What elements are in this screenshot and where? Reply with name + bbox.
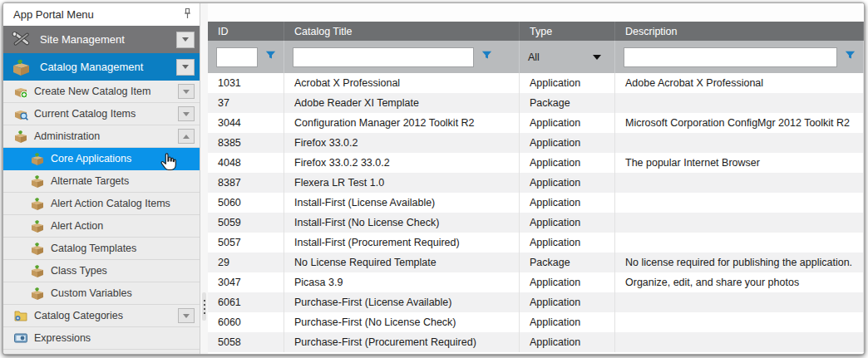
- sidebar-item-catalog-templates[interactable]: Catalog Templates: [3, 238, 200, 260]
- table-row[interactable]: 6061Purchase-First (License Available) A…: [208, 292, 864, 312]
- funnel-icon[interactable]: [481, 49, 493, 65]
- tools-icon: [10, 28, 32, 51]
- sidebar-item-class-types[interactable]: Class Types: [3, 260, 200, 282]
- sidebar-item-label: Site Management: [40, 33, 125, 46]
- sidebar-item-label: Catalog Management: [40, 61, 143, 73]
- sidebar-item-label: Custom Variables: [51, 287, 132, 299]
- people-icon: [13, 353, 28, 355]
- sidebar-item-administration[interactable]: Administration: [3, 125, 200, 148]
- box-arrow-icon: [13, 129, 28, 144]
- type-filter-dropdown[interactable]: All: [528, 51, 608, 63]
- box-arrow-icon: [30, 263, 45, 278]
- sidebar-title: App Portal Menu: [13, 8, 94, 21]
- sidebar-item-site-management[interactable]: Site Management: [3, 26, 200, 53]
- sidebar-item-expressions[interactable]: Expressions: [3, 327, 200, 350]
- sidebar-item-label: Alert Action Catalog Items: [51, 198, 170, 209]
- table-top-strip: [208, 3, 864, 22]
- description-filter-input[interactable]: [624, 47, 837, 67]
- catalog-table-panel: ID Catalog Title Type Description All: [208, 3, 864, 354]
- sidebar: App Portal Menu Site Management: [3, 3, 200, 354]
- sidebar-item-alert-action[interactable]: Alert Action: [3, 215, 200, 238]
- funnel-icon[interactable]: [844, 49, 856, 65]
- column-header-catalog-title[interactable]: Catalog Title: [284, 22, 520, 41]
- box-arrow-icon: [30, 241, 45, 256]
- sidebar-item-label: Catalog Templates: [51, 243, 136, 254]
- box-arrow-icon: [30, 196, 45, 211]
- sidebar-item-label: Class Types: [51, 265, 107, 277]
- table-row[interactable]: 8385Firefox 33.0.2 Application: [208, 133, 864, 153]
- type-filter-value: All: [528, 51, 540, 63]
- sidebar-item-catalog-management[interactable]: Catalog Management: [3, 53, 200, 81]
- funnel-icon[interactable]: [264, 49, 277, 65]
- box-arrow-icon: [30, 286, 45, 301]
- sidebar-item-workflows[interactable]: Workflows: [3, 350, 200, 355]
- table-row[interactable]: 1031Acrobat X Professional ApplicationAd…: [208, 73, 864, 93]
- box-arrow-icon: [30, 218, 45, 233]
- table-row[interactable]: 5060Install-First (License Available) Ap…: [208, 193, 864, 213]
- box-plus-icon: [13, 84, 28, 99]
- chevron-down-button[interactable]: [178, 308, 195, 323]
- sidebar-item-label: Alert Action: [51, 220, 103, 232]
- sidebar-item-create-new-catalog-item[interactable]: Create New Catalog Item: [3, 81, 200, 103]
- title-filter-cell: [284, 41, 520, 73]
- sidebar-item-label: Expressions: [34, 332, 91, 344]
- table-header-row: ID Catalog Title Type Description: [208, 22, 864, 41]
- table-row[interactable]: 37Adobe Reader XI Template Package: [208, 93, 864, 113]
- sidebar-item-custom-variables[interactable]: Custom Variables: [3, 282, 200, 305]
- box-arrow-icon: [30, 174, 45, 189]
- table-body: 1031Acrobat X Professional ApplicationAd…: [208, 73, 864, 354]
- chevron-down-button[interactable]: [178, 84, 195, 99]
- chevron-down-button[interactable]: [176, 59, 195, 76]
- table-row[interactable]: 3044Configuration Manager 2012 Toolkit R…: [208, 113, 864, 133]
- sidebar-item-label: Current Catalog Items: [34, 108, 136, 120]
- table-filter-row: All: [208, 41, 864, 73]
- column-header-id[interactable]: ID: [208, 22, 284, 41]
- table-row[interactable]: 8387Flexera LR Test 1.0 Application: [208, 173, 864, 193]
- sidebar-item-alert-action-catalog-items[interactable]: Alert Action Catalog Items: [3, 193, 200, 215]
- title-filter-input[interactable]: [293, 47, 474, 67]
- description-filter-cell: [615, 41, 864, 73]
- column-header-type[interactable]: Type: [520, 22, 615, 41]
- chevron-down-button[interactable]: [178, 106, 195, 121]
- sidebar-item-label: Alternate Targets: [51, 175, 129, 187]
- pin-icon[interactable]: [182, 7, 193, 22]
- table-row[interactable]: 6060Purchase-First (No License Check) Ap…: [208, 312, 864, 332]
- table-row[interactable]: 3047Picasa 3.9 ApplicationOrganize, edit…: [208, 272, 864, 292]
- sidebar-item-label: Create New Catalog Item: [34, 86, 150, 97]
- table-row[interactable]: 5059Install-First (No License Check) App…: [208, 213, 864, 233]
- app-portal-window: App Portal Menu Site Management: [2, 2, 865, 355]
- table-row[interactable]: 5057Install-First (Procurement Required)…: [208, 233, 864, 253]
- catalog-box-icon: [10, 56, 32, 78]
- table-row[interactable]: 4048Firefox 33.0.2 33.0.2 ApplicationThe…: [208, 153, 864, 173]
- sidebar-item-label: Catalog Categories: [34, 310, 123, 321]
- sidebar-item-label: Core Applications: [51, 153, 131, 164]
- folder-gear-icon: [13, 308, 28, 323]
- chevron-down-button[interactable]: [176, 32, 195, 48]
- sidebar-item-current-catalog-items[interactable]: Current Catalog Items: [3, 103, 200, 125]
- table-row[interactable]: 29No License Required Template PackageNo…: [208, 253, 864, 272]
- box-search-icon: [13, 106, 28, 121]
- sidebar-title-bar: App Portal Menu: [3, 3, 200, 26]
- column-header-description[interactable]: Description: [615, 22, 864, 41]
- table-row[interactable]: 5058Purchase-First (Procurement Required…: [208, 332, 864, 352]
- box-arrow-icon: [30, 151, 45, 166]
- cursor-pointer-icon: [157, 150, 182, 175]
- monitor-icon: [13, 331, 28, 346]
- id-filter-cell: [208, 41, 284, 73]
- sidebar-item-label: Administration: [34, 130, 100, 142]
- id-filter-input[interactable]: [216, 47, 258, 67]
- panel-splitter[interactable]: [200, 3, 208, 354]
- type-filter-cell: All: [520, 41, 615, 73]
- chevron-up-button[interactable]: [178, 129, 195, 144]
- chevron-down-icon: [593, 55, 601, 60]
- sidebar-item-catalog-categories[interactable]: Catalog Categories: [3, 305, 200, 327]
- splitter-grip-icon[interactable]: [202, 292, 206, 321]
